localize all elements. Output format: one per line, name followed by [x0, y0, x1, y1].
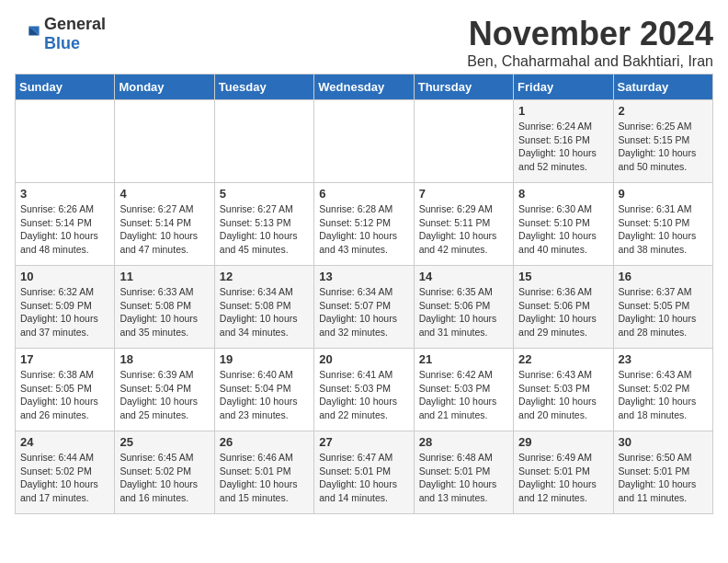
- day-info: Sunrise: 6:44 AM Sunset: 5:02 PM Dayligh…: [20, 451, 109, 505]
- calendar-cell: 27Sunrise: 6:47 AM Sunset: 5:01 PM Dayli…: [314, 431, 414, 514]
- day-info: Sunrise: 6:46 AM Sunset: 5:01 PM Dayligh…: [220, 451, 309, 505]
- logo-blue-text: Blue: [44, 34, 80, 52]
- day-number: 7: [419, 187, 508, 201]
- day-number: 24: [20, 435, 109, 449]
- calendar-cell: 2Sunrise: 6:25 AM Sunset: 5:15 PM Daylig…: [613, 100, 712, 183]
- day-info: Sunrise: 6:39 AM Sunset: 5:04 PM Dayligh…: [119, 368, 209, 422]
- day-number: 21: [419, 352, 508, 366]
- day-number: 11: [119, 270, 209, 283]
- calendar-cell: 26Sunrise: 6:46 AM Sunset: 5:01 PM Dayli…: [214, 431, 313, 514]
- calendar-cell: 24Sunrise: 6:44 AM Sunset: 5:02 PM Dayli…: [16, 431, 115, 514]
- day-number: 27: [319, 435, 408, 449]
- day-info: Sunrise: 6:40 AM Sunset: 5:04 PM Dayligh…: [220, 368, 309, 422]
- calendar-cell: 29Sunrise: 6:49 AM Sunset: 5:01 PM Dayli…: [514, 431, 613, 514]
- logo: General Blue: [15, 15, 106, 53]
- day-info: Sunrise: 6:24 AM Sunset: 5:16 PM Dayligh…: [518, 120, 608, 174]
- calendar-cell: [214, 100, 313, 183]
- calendar-cell: 8Sunrise: 6:30 AM Sunset: 5:10 PM Daylig…: [514, 183, 613, 266]
- day-number: 8: [518, 187, 608, 201]
- calendar-cell: [16, 100, 115, 183]
- day-info: Sunrise: 6:43 AM Sunset: 5:02 PM Dayligh…: [619, 368, 708, 422]
- day-number: 17: [20, 352, 109, 366]
- day-info: Sunrise: 6:50 AM Sunset: 5:01 PM Dayligh…: [619, 451, 708, 505]
- day-info: Sunrise: 6:31 AM Sunset: 5:10 PM Dayligh…: [619, 202, 708, 257]
- weekday-header: Wednesday: [314, 75, 414, 100]
- day-info: Sunrise: 6:41 AM Sunset: 5:03 PM Dayligh…: [319, 368, 408, 422]
- day-number: 28: [419, 435, 508, 449]
- subtitle: Ben, Chaharmahal and Bakhtiari, Iran: [467, 53, 713, 70]
- day-info: Sunrise: 6:27 AM Sunset: 5:13 PM Dayligh…: [220, 202, 309, 257]
- day-info: Sunrise: 6:37 AM Sunset: 5:05 PM Dayligh…: [619, 285, 708, 339]
- day-number: 20: [319, 352, 408, 366]
- weekday-header: Saturday: [613, 75, 712, 100]
- day-info: Sunrise: 6:33 AM Sunset: 5:08 PM Dayligh…: [119, 285, 209, 339]
- calendar-cell: 12Sunrise: 6:34 AM Sunset: 5:08 PM Dayli…: [214, 266, 313, 349]
- day-info: Sunrise: 6:49 AM Sunset: 5:01 PM Dayligh…: [518, 451, 608, 505]
- calendar-cell: 6Sunrise: 6:28 AM Sunset: 5:12 PM Daylig…: [314, 183, 414, 266]
- weekday-header: Friday: [514, 75, 613, 100]
- calendar-cell: 21Sunrise: 6:42 AM Sunset: 5:03 PM Dayli…: [414, 349, 513, 431]
- calendar-cell: 23Sunrise: 6:43 AM Sunset: 5:02 PM Dayli…: [613, 349, 712, 431]
- day-number: 16: [619, 270, 708, 283]
- page-header: General Blue November 2024 Ben, Chaharma…: [15, 15, 713, 70]
- day-number: 9: [619, 187, 708, 201]
- day-number: 1: [518, 104, 608, 118]
- day-number: 25: [119, 435, 209, 449]
- calendar-cell: 25Sunrise: 6:45 AM Sunset: 5:02 PM Dayli…: [115, 431, 214, 514]
- day-number: 12: [220, 270, 309, 283]
- day-info: Sunrise: 6:32 AM Sunset: 5:09 PM Dayligh…: [20, 285, 109, 339]
- day-info: Sunrise: 6:47 AM Sunset: 5:01 PM Dayligh…: [319, 451, 408, 505]
- title-block: November 2024 Ben, Chaharmahal and Bakht…: [467, 15, 713, 70]
- calendar-cell: 9Sunrise: 6:31 AM Sunset: 5:10 PM Daylig…: [613, 183, 712, 266]
- weekday-header: Monday: [115, 75, 214, 100]
- day-number: 5: [220, 187, 309, 201]
- day-info: Sunrise: 6:42 AM Sunset: 5:03 PM Dayligh…: [419, 368, 508, 422]
- day-number: 19: [220, 352, 309, 366]
- calendar-cell: 13Sunrise: 6:34 AM Sunset: 5:07 PM Dayli…: [314, 266, 414, 349]
- day-number: 4: [119, 187, 209, 201]
- day-info: Sunrise: 6:34 AM Sunset: 5:07 PM Dayligh…: [319, 285, 408, 339]
- day-number: 22: [518, 352, 608, 366]
- weekday-header: Tuesday: [214, 75, 313, 100]
- day-number: 15: [518, 270, 608, 283]
- calendar-cell: [115, 100, 214, 183]
- day-info: Sunrise: 6:36 AM Sunset: 5:06 PM Dayligh…: [518, 285, 608, 339]
- calendar-cell: 22Sunrise: 6:43 AM Sunset: 5:03 PM Dayli…: [514, 349, 613, 431]
- day-info: Sunrise: 6:43 AM Sunset: 5:03 PM Dayligh…: [518, 368, 608, 422]
- calendar-cell: 18Sunrise: 6:39 AM Sunset: 5:04 PM Dayli…: [115, 349, 214, 431]
- calendar-cell: 17Sunrise: 6:38 AM Sunset: 5:05 PM Dayli…: [16, 349, 115, 431]
- logo-general-text: General: [44, 15, 106, 33]
- day-info: Sunrise: 6:29 AM Sunset: 5:11 PM Dayligh…: [419, 202, 508, 257]
- day-number: 26: [220, 435, 309, 449]
- calendar-cell: 7Sunrise: 6:29 AM Sunset: 5:11 PM Daylig…: [414, 183, 513, 266]
- day-info: Sunrise: 6:26 AM Sunset: 5:14 PM Dayligh…: [20, 202, 109, 257]
- day-info: Sunrise: 6:34 AM Sunset: 5:08 PM Dayligh…: [220, 285, 309, 339]
- day-info: Sunrise: 6:35 AM Sunset: 5:06 PM Dayligh…: [419, 285, 508, 339]
- calendar-cell: 10Sunrise: 6:32 AM Sunset: 5:09 PM Dayli…: [16, 266, 115, 349]
- calendar-cell: 15Sunrise: 6:36 AM Sunset: 5:06 PM Dayli…: [514, 266, 613, 349]
- calendar-cell: 20Sunrise: 6:41 AM Sunset: 5:03 PM Dayli…: [314, 349, 414, 431]
- calendar-cell: 28Sunrise: 6:48 AM Sunset: 5:01 PM Dayli…: [414, 431, 513, 514]
- logo-icon: [15, 21, 40, 47]
- calendar-cell: 30Sunrise: 6:50 AM Sunset: 5:01 PM Dayli…: [613, 431, 712, 514]
- day-info: Sunrise: 6:45 AM Sunset: 5:02 PM Dayligh…: [119, 451, 209, 505]
- day-number: 10: [20, 270, 109, 283]
- day-number: 2: [619, 104, 708, 118]
- day-info: Sunrise: 6:27 AM Sunset: 5:14 PM Dayligh…: [119, 202, 209, 257]
- calendar-cell: 5Sunrise: 6:27 AM Sunset: 5:13 PM Daylig…: [214, 183, 313, 266]
- day-info: Sunrise: 6:25 AM Sunset: 5:15 PM Dayligh…: [619, 120, 708, 174]
- calendar-cell: 14Sunrise: 6:35 AM Sunset: 5:06 PM Dayli…: [414, 266, 513, 349]
- day-number: 18: [119, 352, 209, 366]
- day-number: 14: [419, 270, 508, 283]
- weekday-header: Sunday: [16, 75, 115, 100]
- calendar-table: SundayMondayTuesdayWednesdayThursdayFrid…: [15, 74, 713, 514]
- calendar-cell: 19Sunrise: 6:40 AM Sunset: 5:04 PM Dayli…: [214, 349, 313, 431]
- calendar-cell: 3Sunrise: 6:26 AM Sunset: 5:14 PM Daylig…: [16, 183, 115, 266]
- calendar-cell: 16Sunrise: 6:37 AM Sunset: 5:05 PM Dayli…: [613, 266, 712, 349]
- day-info: Sunrise: 6:30 AM Sunset: 5:10 PM Dayligh…: [518, 202, 608, 257]
- calendar-cell: 11Sunrise: 6:33 AM Sunset: 5:08 PM Dayli…: [115, 266, 214, 349]
- calendar-cell: [314, 100, 414, 183]
- day-info: Sunrise: 6:48 AM Sunset: 5:01 PM Dayligh…: [419, 451, 508, 505]
- calendar-cell: [414, 100, 513, 183]
- main-title: November 2024: [467, 15, 713, 53]
